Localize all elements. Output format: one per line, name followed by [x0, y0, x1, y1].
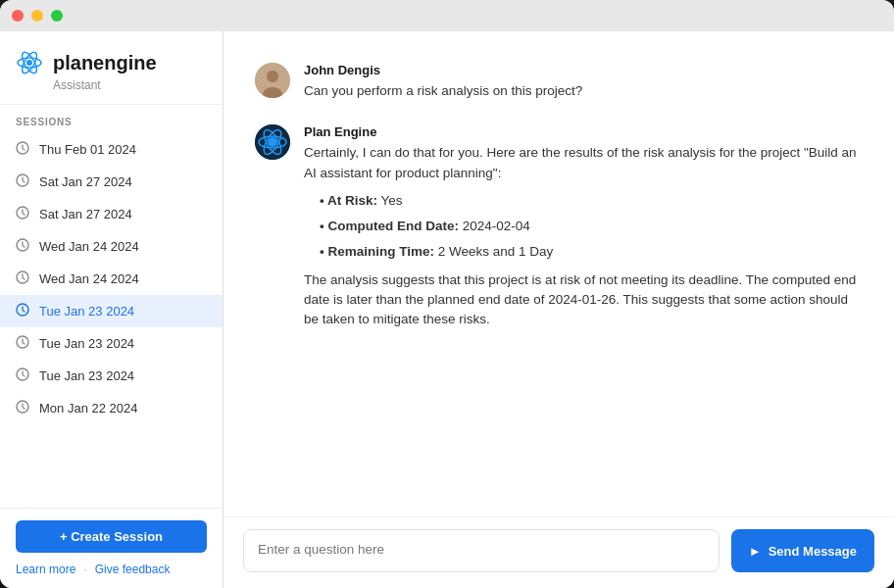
- message-content: Plan Engine Certainly, I can do that for…: [304, 124, 863, 329]
- footer-dot: ·: [83, 563, 86, 576]
- chat-area: John Dengis Can you perform a risk analy…: [224, 31, 894, 588]
- session-item[interactable]: Sat Jan 27 2024: [0, 198, 223, 230]
- session-item[interactable]: Thu Feb 01 2024: [0, 133, 223, 166]
- sidebar-header: planengine Assistant: [0, 31, 223, 105]
- session-clock-icon: [16, 141, 29, 158]
- session-label: Sat Jan 27 2024: [39, 207, 132, 221]
- session-item[interactable]: Tue Jan 23 2024: [0, 327, 223, 360]
- svg-point-0: [26, 60, 32, 66]
- session-clock-icon: [16, 368, 29, 384]
- brand: planengine: [16, 49, 207, 76]
- send-message-button[interactable]: ► Send Message: [731, 529, 874, 572]
- session-clock-icon: [16, 206, 29, 222]
- session-label: Sat Jan 27 2024: [39, 174, 132, 189]
- message-outro: The analysis suggests that this project …: [304, 270, 863, 330]
- message-bullets: At Risk: YesComputed End Date: 2024-02-0…: [320, 191, 863, 263]
- maximize-button[interactable]: [51, 10, 63, 22]
- message-text: Can you perform a risk analysis on this …: [304, 81, 863, 101]
- session-item[interactable]: Sat Jan 27 2024: [0, 166, 223, 198]
- app-window: planengine Assistant SESSIONS Thu Feb 01…: [0, 0, 894, 588]
- sidebar-footer: + Create Session Learn more · Give feedb…: [0, 508, 223, 588]
- bullet-item: Remaining Time: 2 Weeks and 1 Day: [320, 242, 863, 262]
- session-clock-icon: [16, 238, 29, 255]
- session-label: Tue Jan 23 2024: [39, 304, 134, 318]
- session-item[interactable]: Wed Jan 24 2024: [0, 230, 223, 263]
- session-clock-icon: [16, 270, 29, 287]
- app-content: planengine Assistant SESSIONS Thu Feb 01…: [0, 31, 894, 588]
- brand-name: planengine: [53, 52, 157, 74]
- session-item[interactable]: Tue Jan 23 2024: [0, 360, 223, 392]
- message-row: Plan Engine Certainly, I can do that for…: [255, 124, 863, 329]
- sidebar: planengine Assistant SESSIONS Thu Feb 01…: [0, 31, 224, 588]
- send-icon: ►: [749, 544, 762, 559]
- footer-links: Learn more · Give feedback: [16, 563, 207, 576]
- brand-subtitle: Assistant: [53, 78, 207, 92]
- session-label: Thu Feb 01 2024: [39, 142, 136, 157]
- bullet-item: At Risk: Yes: [320, 191, 863, 211]
- learn-more-link[interactable]: Learn more: [16, 563, 75, 576]
- sessions-list: Thu Feb 01 2024 Sat Jan 27 2024 Sat Jan …: [0, 133, 223, 508]
- chat-input-area: ► Send Message: [224, 516, 894, 588]
- session-clock-icon: [16, 335, 29, 352]
- session-label: Mon Jan 22 2024: [39, 401, 137, 416]
- message-row: John Dengis Can you perform a risk analy…: [255, 63, 863, 101]
- session-item[interactable]: Wed Jan 24 2024: [0, 263, 223, 295]
- create-session-button[interactable]: + Create Session: [16, 520, 207, 553]
- session-label: Tue Jan 23 2024: [39, 368, 134, 383]
- sessions-label: SESSIONS: [0, 105, 223, 133]
- titlebar: [0, 0, 894, 31]
- send-button-label: Send Message: [769, 544, 857, 559]
- session-clock-icon: [16, 173, 29, 190]
- message-content: John Dengis Can you perform a risk analy…: [304, 63, 863, 101]
- message-body: Can you perform a risk analysis on this …: [304, 83, 582, 98]
- session-item[interactable]: Mon Jan 22 2024: [0, 392, 223, 424]
- close-button[interactable]: [12, 10, 24, 22]
- avatar: [255, 124, 290, 160]
- message-text: Certainly, I can do that for you. Here a…: [304, 143, 863, 329]
- session-clock-icon: [16, 400, 29, 416]
- chat-input[interactable]: [243, 529, 720, 572]
- message-intro: Certainly, I can do that for you. Here a…: [304, 143, 863, 183]
- minimize-button[interactable]: [31, 10, 43, 22]
- bullet-item: Computed End Date: 2024-02-04: [320, 217, 863, 236]
- session-clock-icon: [16, 303, 29, 319]
- session-label: Tue Jan 23 2024: [39, 336, 134, 351]
- atom-icon: [16, 49, 43, 76]
- svg-point-17: [268, 137, 277, 147]
- message-author: John Dengis: [304, 63, 863, 77]
- session-item[interactable]: Tue Jan 23 2024: [0, 295, 223, 327]
- session-label: Wed Jan 24 2024: [39, 271, 139, 286]
- session-label: Wed Jan 24 2024: [39, 239, 139, 254]
- chat-messages: John Dengis Can you perform a risk analy…: [224, 31, 894, 516]
- message-author: Plan Engine: [304, 124, 863, 139]
- avatar: [255, 63, 290, 98]
- svg-point-14: [267, 71, 278, 82]
- give-feedback-link[interactable]: Give feedback: [95, 563, 171, 576]
